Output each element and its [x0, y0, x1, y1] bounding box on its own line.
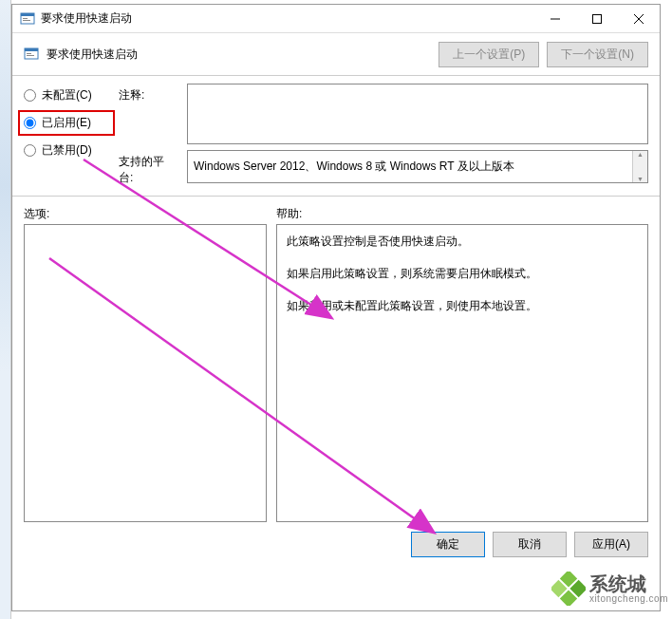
- prev-setting-button[interactable]: 上一个设置(P): [439, 42, 539, 67]
- next-setting-button[interactable]: 下一个设置(N): [547, 42, 648, 67]
- help-p2: 如果启用此策略设置，则系统需要启用休眠模式。: [287, 265, 638, 282]
- subheader-title: 要求使用快速启动: [47, 47, 138, 63]
- titlebar: 要求使用快速启动: [12, 5, 660, 33]
- radio-disabled-input[interactable]: [24, 144, 36, 157]
- ok-button[interactable]: 确定: [411, 532, 485, 557]
- window-title: 要求使用快速启动: [41, 10, 534, 27]
- svg-rect-11: [27, 55, 34, 56]
- platform-label: 支持的平台:: [119, 154, 177, 188]
- svg-rect-10: [27, 53, 31, 54]
- config-area: 未配置(C) 已启用(E) 已禁用(D) 注释: 支持的平台: Windows …: [12, 76, 660, 192]
- dialog-buttons: 确定 取消 应用(A): [12, 522, 660, 567]
- watermark-cn: 系统城: [589, 574, 646, 593]
- background-sidebar: [0, 0, 11, 619]
- watermark: 系统城 xitongcheng.com: [551, 572, 668, 606]
- svg-rect-5: [593, 14, 602, 23]
- watermark-logo-icon: [551, 572, 586, 606]
- panels-row: 此策略设置控制是否使用快速启动。 如果启用此策略设置，则系统需要启用休眠模式。 …: [12, 224, 660, 522]
- scroll-down-icon: ▼: [633, 176, 647, 182]
- help-p3: 如果禁用或未配置此策略设置，则使用本地设置。: [287, 297, 638, 314]
- close-button[interactable]: [618, 5, 660, 33]
- watermark-text: 系统城 xitongcheng.com: [589, 574, 668, 604]
- help-label: 帮助:: [276, 206, 302, 222]
- maximize-button[interactable]: [576, 5, 618, 33]
- minimize-icon: [551, 14, 560, 24]
- fields-column: Windows Server 2012、Windows 8 或 Windows …: [187, 84, 648, 188]
- radio-disabled-label: 已禁用(D): [42, 142, 92, 159]
- watermark-en: xitongcheng.com: [589, 593, 668, 604]
- minimize-button[interactable]: [534, 5, 576, 33]
- maximize-icon: [592, 14, 602, 24]
- cancel-button[interactable]: 取消: [493, 532, 567, 557]
- subheader-icon: [24, 47, 39, 62]
- labels-column: 注释: 支持的平台:: [119, 84, 177, 188]
- options-panel: [24, 224, 267, 522]
- window-icon: [20, 11, 35, 27]
- radio-enabled[interactable]: 已启用(E): [24, 115, 109, 131]
- panels-header: 选项: 帮助:: [12, 200, 660, 224]
- highlight-box: 已启用(E): [18, 110, 115, 136]
- svg-rect-1: [21, 13, 34, 16]
- radio-enabled-label: 已启用(E): [42, 115, 91, 131]
- radio-group: 未配置(C) 已启用(E) 已禁用(D): [24, 84, 109, 188]
- help-p1: 此策略设置控制是否使用快速启动。: [287, 233, 638, 250]
- close-icon: [634, 14, 644, 24]
- svg-rect-3: [23, 20, 30, 21]
- options-label: 选项:: [24, 206, 276, 222]
- svg-rect-9: [25, 48, 38, 51]
- platform-box: Windows Server 2012、Windows 8 或 Windows …: [187, 150, 648, 183]
- apply-button[interactable]: 应用(A): [574, 532, 648, 557]
- radio-not-configured-label: 未配置(C): [42, 87, 92, 103]
- radio-disabled[interactable]: 已禁用(D): [24, 142, 109, 159]
- help-panel: 此策略设置控制是否使用快速启动。 如果启用此策略设置，则系统需要启用休眠模式。 …: [276, 224, 648, 522]
- platform-scrollbar[interactable]: ▲ ▼: [632, 151, 647, 182]
- comment-label: 注释:: [119, 87, 177, 154]
- mid-divider: [12, 196, 660, 197]
- comment-textarea[interactable]: [187, 84, 648, 144]
- subheader: 要求使用快速启动 上一个设置(P) 下一个设置(N): [12, 33, 660, 75]
- nav-buttons: 上一个设置(P) 下一个设置(N): [439, 42, 648, 67]
- platform-text: Windows Server 2012、Windows 8 或 Windows …: [194, 159, 514, 175]
- svg-rect-2: [23, 18, 28, 19]
- scroll-up-icon: ▲: [633, 151, 647, 158]
- dialog-window: 要求使用快速启动 要求使用快速启动 上一个设置(P) 下一个设置(N): [11, 4, 661, 611]
- radio-enabled-input[interactable]: [24, 117, 36, 129]
- radio-not-configured[interactable]: 未配置(C): [24, 87, 109, 103]
- window-controls: [534, 5, 660, 33]
- radio-not-configured-input[interactable]: [24, 89, 36, 102]
